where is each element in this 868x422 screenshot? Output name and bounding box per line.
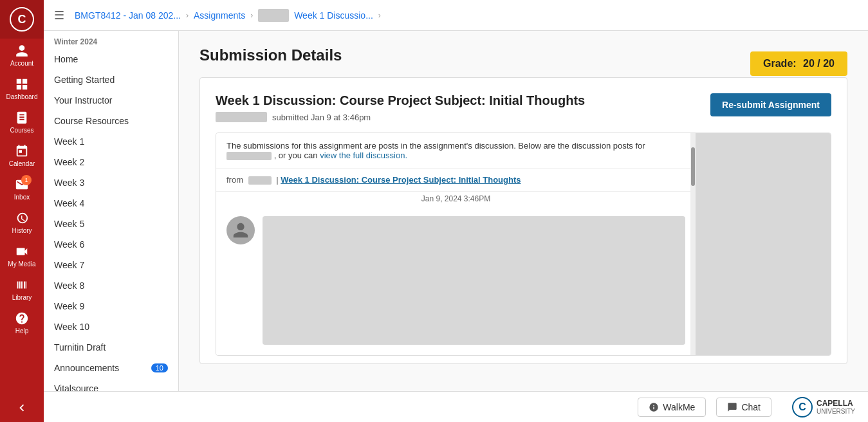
capella-c-logo: C [792,397,813,417]
nav-item-week2[interactable]: Week 2 [44,152,178,172]
capella-text-block: CAPELLA UNIVERSITY [817,399,855,415]
resubmit-button[interactable]: Re-submit Assignment [710,93,831,116]
discussion-section: Re-submit Assignment Week 1 Discussion: … [199,77,847,364]
sidebar-item-history-label: History [12,227,32,234]
submitter-redacted [216,112,267,122]
capella-name: CAPELLA [817,399,855,408]
post-date: Jan 9, 2024 3:46PM [216,192,696,206]
chat-label: Chat [741,402,761,412]
scroll-track[interactable] [690,133,696,355]
submission-date: submitted Jan 9 at 3:46pm [272,113,371,122]
sidebar-item-calendar-label: Calendar [9,160,35,167]
nav-item-week10[interactable]: Week 10 [44,316,178,337]
sidebar-item-account-label: Account [10,60,33,67]
nav-item-week1[interactable]: Week 1 [44,131,178,152]
sidebar-item-my-media-label: My Media [8,261,35,268]
chat-icon [727,402,737,412]
breadcrumb-sep-3: › [378,11,381,20]
scroll-thumb[interactable] [691,147,695,186]
post-or-text: , or you can [274,151,318,160]
sidebar-item-history[interactable]: History [0,206,44,239]
walkme-icon [649,402,659,412]
sidebar-item-help-label: Help [15,327,29,335]
nav-item-week9[interactable]: Week 9 [44,296,178,316]
sidebar: C Account Dashboard Courses Calendar 1 I… [0,0,44,422]
post-name-redacted [226,152,272,160]
discussion-title: Week 1 Discussion: Course Project Subjec… [216,93,647,108]
from-label: from [226,175,243,185]
post-from-line: from | Week 1 Discussion: Course Project… [216,169,696,192]
breadcrumb-assignments[interactable]: Assignments [194,10,245,21]
inbox-icon-wrap: 1 [15,178,29,192]
capella-logo: C CAPELLA UNIVERSITY [792,397,855,417]
nav-item-week5[interactable]: Week 5 [44,214,178,234]
nav-item-course-resources[interactable]: Course Resources [44,111,178,131]
courseroom-logo: C [10,7,34,32]
announcements-badge: 10 [151,363,168,372]
breadcrumb-sep-1: › [186,11,189,20]
grade-value: 20 / 20 [803,58,835,69]
header-section: Submission Details Grade: 20 / 20 [199,46,847,77]
nav-item-announcements[interactable]: Announcements 10 [44,358,178,378]
nav-item-week6[interactable]: Week 6 [44,234,178,255]
sidebar-item-courses-label: Courses [10,127,33,134]
post-text-content [263,216,685,345]
breadcrumb-current[interactable]: Week 1 Discussio... [294,10,373,21]
from-name-redacted [248,176,272,185]
breadcrumb-current-box [258,9,289,22]
sidebar-item-inbox[interactable]: 1 Inbox [0,172,44,206]
page-content: Submission Details Grade: 20 / 20 Re-sub… [179,31,868,391]
nav-item-week4[interactable]: Week 4 [44,193,178,214]
sidebar-item-dashboard[interactable]: Dashboard [0,72,44,106]
sidebar-item-courses[interactable]: Courses [0,106,44,139]
walkme-button[interactable]: WalkMe [638,398,706,417]
nav-item-week3[interactable]: Week 3 [44,172,178,193]
content-area: Winter 2024 Home Getting Started Your In… [44,31,868,391]
avatar [226,216,255,244]
sidebar-item-library[interactable]: Library [0,273,44,306]
sidebar-item-help[interactable]: Help [0,306,44,340]
post-body [216,206,696,355]
nav-item-turnitin-draft[interactable]: Turnitin Draft [44,337,178,358]
main-container: ☰ BMGT8412 - Jan 08 202... › Assignments… [44,0,868,422]
nav-item-home[interactable]: Home [44,49,178,69]
sidebar-item-calendar[interactable]: Calendar [0,139,44,172]
hamburger-icon[interactable]: ☰ [54,8,64,23]
submission-info: submitted Jan 9 at 3:46pm [216,112,710,122]
sidebar-item-inbox-label: Inbox [14,194,30,201]
sidebar-item-account[interactable]: Account [0,39,44,72]
breadcrumb-sep-2: › [250,11,253,20]
sidebar-bottom-arrow[interactable] [15,401,29,417]
sidebar-logo[interactable]: C [0,0,44,39]
discussion-header: Re-submit Assignment Week 1 Discussion: … [216,93,831,133]
post-container: The submissions for this assignment are … [216,133,831,356]
topbar: ☰ BMGT8412 - Jan 08 202... › Assignments… [44,0,868,31]
bottom-bar: WalkMe Chat C CAPELLA UNIVERSITY [44,391,868,422]
sidebar-item-dashboard-label: Dashboard [6,93,38,100]
walkme-label: WalkMe [663,402,695,412]
grade-label: Grade: [763,58,797,69]
chat-button[interactable]: Chat [716,398,771,417]
left-nav: Winter 2024 Home Getting Started Your In… [44,31,179,391]
grade-box: Grade: 20 / 20 [750,51,847,76]
nav-item-week8[interactable]: Week 8 [44,275,178,296]
post-header: The submissions for this assignment are … [216,133,696,169]
nav-item-your-instructor[interactable]: Your Instructor [44,90,178,111]
post-main: The submissions for this assignment are … [216,133,696,355]
nav-season: Winter 2024 [44,31,178,49]
post-body-text: The submissions for this assignment are … [226,141,645,151]
nav-item-getting-started[interactable]: Getting Started [44,69,178,90]
breadcrumb-course[interactable]: BMGT8412 - Jan 08 202... [75,10,181,21]
nav-item-week7[interactable]: Week 7 [44,255,178,275]
view-full-discussion-link[interactable]: view the full discussion. [320,151,407,160]
post-sidebar-right [696,133,831,355]
sidebar-item-library-label: Library [12,294,32,301]
sidebar-item-my-media[interactable]: My Media [0,239,44,273]
nav-item-vitalsource[interactable]: Vitalsource [44,378,178,391]
inbox-badge: 1 [21,175,32,185]
post-title-link[interactable]: Week 1 Discussion: Course Project Subjec… [281,175,521,185]
capella-sub: UNIVERSITY [817,408,855,415]
